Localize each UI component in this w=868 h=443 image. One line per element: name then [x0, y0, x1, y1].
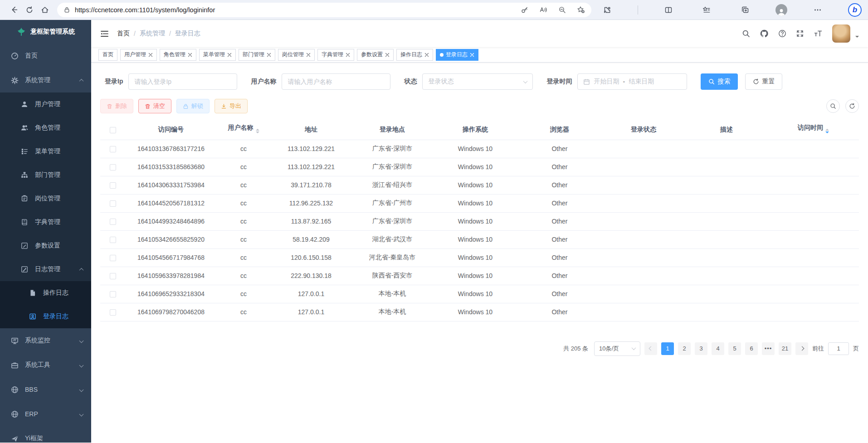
sidebar-item-dict[interactable]: 字典管理 [0, 210, 91, 234]
close-icon[interactable] [227, 53, 232, 57]
sort-icon-active[interactable] [825, 127, 829, 135]
collections-button[interactable] [737, 2, 753, 18]
page-button-4[interactable]: 4 [712, 342, 724, 355]
close-icon[interactable] [470, 53, 474, 57]
fullscreen-button[interactable] [796, 29, 804, 38]
sidebar-item-menu[interactable]: 菜单管理 [0, 140, 91, 163]
status-select[interactable]: 登录状态 [422, 73, 533, 90]
user-avatar[interactable] [832, 24, 850, 43]
page-button-2[interactable]: 2 [678, 342, 691, 355]
tab-menu-mgmt[interactable]: 菜单管理 [199, 49, 236, 61]
tab-post-mgmt[interactable]: 岗位管理 [278, 49, 315, 61]
close-icon[interactable] [306, 53, 311, 57]
github-button[interactable] [760, 29, 769, 38]
extensions-button[interactable] [600, 2, 615, 18]
sidebar-item-dept[interactable]: 部门管理 [0, 163, 91, 187]
row-checkbox[interactable] [110, 255, 116, 261]
browser-profile-avatar[interactable] [775, 4, 787, 16]
sidebar-item-system[interactable]: 系统管理 [0, 68, 91, 92]
more-pages-button[interactable]: ••• [762, 342, 775, 355]
sidebar-item-log[interactable]: 日志管理 [0, 258, 91, 281]
address-bar[interactable]: https://ccnetcore.com:1101/system/log/lo… [57, 3, 591, 17]
close-icon[interactable] [148, 53, 153, 57]
split-screen-button[interactable] [661, 2, 676, 18]
user-name-input[interactable] [288, 78, 385, 85]
breadcrumb-level1[interactable]: 系统管理 [140, 29, 165, 38]
sidebar-item-post[interactable]: 岗位管理 [0, 187, 91, 210]
row-checkbox[interactable] [110, 237, 116, 243]
sidebar-item-monitor[interactable]: 系统监控 [0, 328, 91, 353]
row-checkbox[interactable] [110, 200, 116, 207]
sidebar-item-tools[interactable]: 系统工具 [0, 353, 91, 377]
reset-button[interactable]: 重置 [745, 73, 782, 90]
end-date-placeholder[interactable]: 结束日期 [629, 78, 654, 86]
row-checkbox[interactable] [110, 182, 116, 189]
close-icon[interactable] [385, 53, 390, 57]
close-icon[interactable] [346, 53, 350, 57]
page-button-1[interactable]: 1 [661, 342, 674, 355]
page-button-6[interactable]: 6 [745, 342, 758, 355]
row-checkbox[interactable] [110, 291, 116, 297]
breadcrumb-home[interactable]: 首页 [117, 29, 130, 38]
sidebar-item-role[interactable]: 角色管理 [0, 116, 91, 140]
page-size-select[interactable]: 10条/页 [594, 341, 640, 356]
clear-button[interactable]: 清空 [138, 99, 171, 113]
sidebar-item-erp[interactable]: ERP [0, 402, 91, 426]
password-key-button[interactable] [521, 6, 528, 14]
zoom-out-button[interactable] [558, 6, 566, 14]
sidebar-item-user[interactable]: 用户管理 [0, 92, 91, 116]
tab-login-log[interactable]: 登录日志 [436, 49, 478, 61]
row-checkbox[interactable] [110, 146, 116, 152]
close-icon[interactable] [424, 53, 429, 57]
add-favorite-button[interactable] [577, 6, 585, 14]
row-checkbox[interactable] [110, 309, 116, 316]
tab-param-settings[interactable]: 参数设置 [357, 49, 394, 61]
browser-back-button[interactable] [6, 2, 22, 18]
close-icon[interactable] [188, 53, 192, 57]
sidebar-collapse-button[interactable] [100, 30, 109, 38]
tab-role-mgmt[interactable]: 角色管理 [160, 49, 196, 61]
sidebar-item-bbs[interactable]: BBS [0, 377, 91, 402]
login-ip-input[interactable] [134, 78, 231, 85]
sidebar-item-operlog[interactable]: 操作日志 [0, 281, 91, 305]
select-all-checkbox[interactable] [110, 127, 116, 133]
tab-dept-mgmt[interactable]: 部门管理 [239, 49, 275, 61]
bing-chat-button[interactable]: b [848, 3, 862, 17]
goto-page-input[interactable] [828, 342, 849, 355]
page-button-3[interactable]: 3 [695, 342, 707, 355]
refresh-table-button[interactable] [845, 99, 859, 113]
row-checkbox[interactable] [110, 219, 116, 225]
row-checkbox[interactable] [110, 273, 116, 279]
unlock-button[interactable]: 解锁 [176, 99, 210, 113]
delete-button[interactable]: 删除 [100, 99, 133, 113]
sidebar-item-loginlog[interactable]: 登录日志 [0, 305, 91, 328]
url-text[interactable]: https://ccnetcore.com:1101/system/log/lo… [75, 6, 510, 14]
col-visit-time[interactable]: 访问时间 [768, 120, 859, 140]
toggle-search-button[interactable] [826, 99, 840, 113]
page-button-21[interactable]: 21 [779, 342, 791, 355]
page-button-5[interactable]: 5 [728, 342, 741, 355]
start-date-placeholder[interactable]: 开始日期 [594, 78, 619, 86]
sort-icon[interactable] [256, 127, 259, 135]
sidebar-item-yi[interactable]: Yi框架 [0, 426, 91, 443]
tab-home[interactable]: 首页 [98, 49, 117, 61]
browser-refresh-button[interactable] [22, 2, 37, 18]
close-icon[interactable] [267, 53, 271, 57]
browser-menu-button[interactable] [810, 2, 825, 18]
sidebar-item-param[interactable]: 参数设置 [0, 234, 91, 258]
tab-user-mgmt[interactable]: 用户管理 [120, 49, 157, 61]
col-user-name[interactable]: 用户名称 [216, 120, 271, 140]
prev-page-button[interactable] [644, 342, 657, 355]
next-page-button[interactable] [795, 342, 808, 355]
tab-oper-log[interactable]: 操作日志 [396, 49, 433, 61]
browser-home-button[interactable] [37, 2, 53, 18]
text-size-button[interactable] [814, 29, 823, 38]
search-button[interactable]: 搜索 [701, 73, 738, 90]
read-aloud-button[interactable] [539, 6, 547, 14]
export-button[interactable]: 导出 [215, 99, 248, 113]
avatar-caret-icon[interactable] [855, 36, 859, 39]
help-button[interactable] [778, 29, 786, 38]
sidebar-item-home[interactable]: 首页 [0, 44, 91, 68]
header-search-button[interactable] [742, 29, 750, 38]
date-range-picker[interactable]: 开始日期 - 结束日期 [577, 73, 687, 90]
